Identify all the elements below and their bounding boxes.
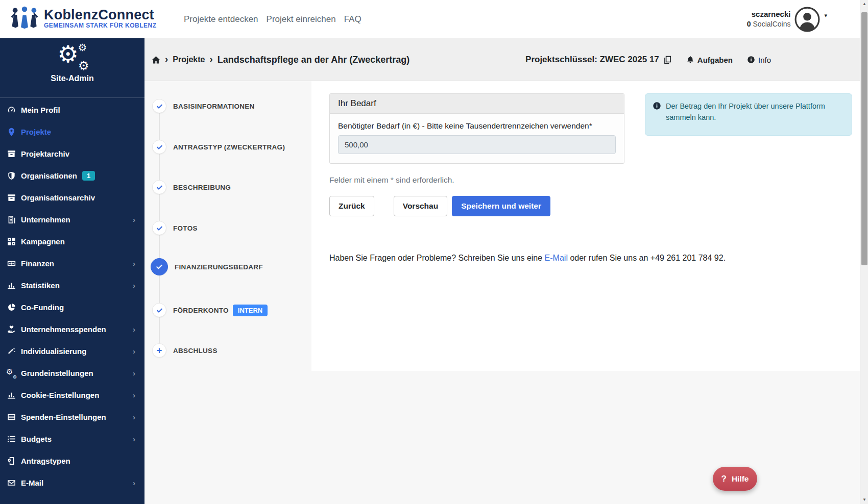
sidebar-item-unternehmen[interactable]: Unternehmen› bbox=[0, 209, 144, 231]
check-icon bbox=[156, 144, 163, 150]
main-nav: Projekte entdecken Projekt einreichen FA… bbox=[184, 0, 361, 38]
back-button[interactable]: Zurück bbox=[329, 196, 374, 216]
breadcrumb-projekte[interactable]: Projekte bbox=[173, 55, 205, 64]
step-connector bbox=[159, 154, 160, 180]
bedarf-field-label: Benötigter Bedarf (in €) - Bitte keine T… bbox=[338, 121, 616, 131]
check-icon bbox=[156, 263, 163, 270]
nav-projekt-einreichen[interactable]: Projekt einreichen bbox=[267, 12, 336, 27]
table-icon bbox=[7, 413, 16, 421]
plus-icon: + bbox=[157, 346, 162, 355]
document-pin-icon bbox=[7, 457, 16, 465]
sidebar-item-unternehmensspenden[interactable]: Unternehmensspenden› bbox=[0, 318, 144, 340]
sidebar: ⚙⚙⚙ Site-Admin Mein Profil Projekte Proj… bbox=[0, 38, 144, 504]
breadcrumb-separator: › bbox=[209, 54, 212, 65]
nav-projekte-entdecken[interactable]: Projekte entdecken bbox=[184, 12, 258, 27]
sidebar-item-budgets[interactable]: Budgets› bbox=[0, 428, 144, 450]
chevron-right-icon: › bbox=[133, 215, 135, 224]
info-icon bbox=[653, 102, 661, 110]
chevron-right-icon: › bbox=[133, 369, 135, 377]
user-name: sczarnecki bbox=[747, 9, 791, 19]
logo-people-icon bbox=[10, 6, 39, 31]
check-icon bbox=[156, 184, 163, 191]
scroll-up-icon[interactable]: ▲ bbox=[860, 0, 868, 8]
page-title: Landschaftspflege an der Ahr (Zweckertra… bbox=[218, 55, 409, 65]
site-admin-label: Site-Admin bbox=[0, 74, 144, 83]
step-foerderkonto[interactable]: FÖRDERKONTO INTERN bbox=[152, 303, 268, 317]
banknote-icon bbox=[7, 259, 16, 268]
copy-icon[interactable] bbox=[663, 56, 672, 64]
sidebar-item-co-funding[interactable]: Co-Funding bbox=[0, 296, 144, 318]
bedarf-card: Ihr Bedarf Benötigter Bedarf (in €) - Bi… bbox=[329, 93, 624, 164]
magic-wand-icon bbox=[7, 347, 16, 356]
breadcrumb: › Projekte › Landschaftspflege an der Ah… bbox=[152, 38, 409, 81]
sidebar-item-projektarchiv[interactable]: Projektarchiv bbox=[0, 143, 144, 165]
chevron-right-icon: › bbox=[133, 281, 135, 290]
sidebar-item-antragstypen[interactable]: Antragstypen bbox=[0, 450, 144, 472]
archive-icon bbox=[7, 149, 16, 158]
preview-button[interactable]: Vorschau bbox=[394, 196, 448, 216]
step-beschreibung[interactable]: BESCHREIBUNG bbox=[152, 180, 231, 194]
info-icon bbox=[747, 56, 755, 64]
step-fotos[interactable]: FOTOS bbox=[152, 221, 198, 235]
sidebar-item-email[interactable]: E-Mail› bbox=[0, 472, 144, 494]
user-coins: 0 SocialCoins bbox=[747, 19, 791, 29]
hand-heart-icon bbox=[7, 325, 16, 334]
site-admin-block: ⚙⚙⚙ Site-Admin bbox=[0, 38, 144, 98]
sidebar-item-spenden-einstellungen[interactable]: Spenden-Einstellungen› bbox=[0, 406, 144, 428]
breadcrumb-separator: › bbox=[165, 54, 168, 65]
sidebar-item-mein-profil[interactable]: Mein Profil bbox=[0, 99, 144, 121]
brand-tagline: GEMEINSAM STARK FÜR KOBLENZ bbox=[44, 22, 157, 29]
question-mark-icon: ? bbox=[721, 474, 727, 484]
breadcrumb-bar: › Projekte › Landschaftspflege an der Ah… bbox=[144, 38, 860, 81]
home-icon[interactable] bbox=[152, 56, 160, 64]
bar-chart-icon bbox=[7, 391, 16, 399]
step-basisinformationen[interactable]: BASISINFORMATIONEN bbox=[152, 99, 255, 113]
step-connector bbox=[159, 317, 160, 343]
help-button[interactable]: ? Hilfe bbox=[713, 467, 757, 491]
bar-chart-icon bbox=[7, 281, 16, 290]
user-menu[interactable]: sczarnecki 0 SocialCoins ▾ bbox=[747, 0, 827, 38]
gears-icon: ⚙⚙ bbox=[7, 369, 16, 377]
sidebar-item-statistiken[interactable]: Statistiken› bbox=[0, 274, 144, 296]
chevron-right-icon: › bbox=[133, 478, 135, 487]
check-icon bbox=[156, 307, 163, 314]
sidebar-item-organisationsarchiv[interactable]: Organisationsarchiv bbox=[0, 187, 144, 209]
chevron-down-icon[interactable]: ▾ bbox=[824, 12, 827, 19]
chevron-right-icon: › bbox=[133, 391, 135, 399]
bell-icon bbox=[686, 56, 694, 64]
envelope-icon bbox=[7, 478, 16, 487]
map-pin-icon bbox=[7, 128, 16, 136]
sidebar-item-cookie-einstellungen[interactable]: Cookie-Einstellungen› bbox=[0, 384, 144, 406]
tasks-button[interactable]: Aufgaben bbox=[686, 56, 733, 64]
step-antragstyp[interactable]: ANTRAGSTYP (ZWECKERTRAG) bbox=[152, 140, 285, 154]
sidebar-item-kampagnen[interactable]: Kampagnen bbox=[0, 231, 144, 253]
sidebar-item-organisationen[interactable]: Organisationen1 bbox=[0, 165, 144, 187]
chevron-right-icon: › bbox=[133, 259, 135, 268]
scrollbar-thumb[interactable] bbox=[861, 12, 867, 265]
step-connector bbox=[159, 194, 160, 221]
save-continue-button[interactable]: Speichern und weiter bbox=[452, 196, 550, 216]
avatar[interactable] bbox=[794, 7, 820, 32]
form-actions: Zurück Vorschau Speichern und weiter bbox=[329, 196, 550, 216]
email-link[interactable]: E-Mail bbox=[545, 254, 568, 262]
check-icon bbox=[156, 103, 163, 110]
list-check-icon bbox=[7, 435, 16, 443]
chevron-right-icon: › bbox=[133, 435, 135, 443]
scroll-down-icon[interactable]: ▼ bbox=[860, 496, 868, 504]
intern-badge: INTERN bbox=[233, 305, 268, 316]
step-finanzierungsbedarf[interactable]: FINANZIERUNGSBEDARF bbox=[151, 258, 263, 275]
info-alert: Der Betrag den Ihr Projekt über unsere P… bbox=[645, 93, 852, 136]
sidebar-item-individualisierung[interactable]: Individualisierung› bbox=[0, 340, 144, 362]
nav-faq[interactable]: FAQ bbox=[344, 12, 361, 27]
archive-icon bbox=[7, 193, 16, 202]
pie-chart-icon bbox=[7, 303, 16, 312]
chevron-right-icon: › bbox=[133, 347, 135, 356]
sidebar-item-projekte[interactable]: Projekte bbox=[0, 121, 144, 143]
bedarf-input[interactable] bbox=[338, 135, 616, 154]
qr-icon bbox=[7, 237, 16, 246]
logo[interactable]: KoblenzConnect GEMEINSAM STARK FÜR KOBLE… bbox=[10, 6, 157, 31]
sidebar-item-finanzen[interactable]: Finanzen› bbox=[0, 253, 144, 274]
info-button[interactable]: Info bbox=[747, 56, 771, 64]
sidebar-item-grundeinstellungen[interactable]: ⚙⚙Grundeinstellungen› bbox=[0, 362, 144, 384]
step-abschluss[interactable]: + ABSCHLUSS bbox=[152, 343, 218, 358]
